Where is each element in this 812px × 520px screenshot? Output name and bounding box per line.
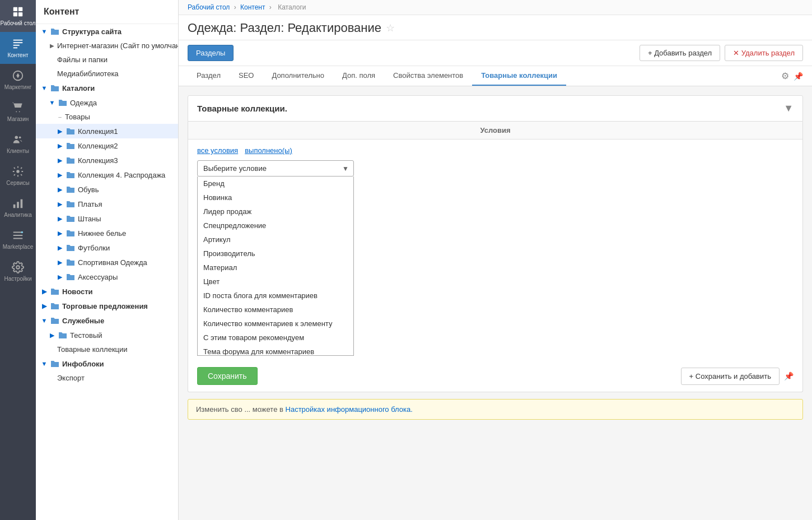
- tabs-actions: ⚙ 📌: [781, 71, 803, 81]
- dropdown-item-cvet[interactable]: Цвет: [198, 275, 353, 289]
- nav-item-dashboard[interactable]: Рабочий стол: [0, 0, 36, 32]
- dropdown-item-tema-foruma[interactable]: Тема форума для комментариев: [198, 345, 353, 356]
- folder-icon: [66, 272, 75, 281]
- sidebar-item-structure[interactable]: ▼ Структура сайта: [36, 24, 178, 39]
- sidebar-item-nizhnee[interactable]: ▶ Нижнее белье: [36, 226, 178, 240]
- folder-icon: [66, 141, 75, 150]
- dropdown-item-artikul[interactable]: Артикул: [198, 233, 353, 247]
- note-link[interactable]: Настройках информационного блока.: [286, 405, 413, 414]
- condition-dropdown-list: Бренд Новинка Лидер продаж Спецпредложен…: [197, 177, 354, 356]
- svg-rect-9: [14, 104, 22, 105]
- nav-item-settings[interactable]: Настройки: [0, 256, 36, 287]
- collapse-icon[interactable]: ▼: [783, 103, 794, 114]
- nav-label-marketing: Маркетинг: [4, 84, 32, 90]
- dropdown-item-kolichestvo-komm-elem[interactable]: Количество комментариев к элементу: [198, 317, 353, 331]
- nav-item-analytics[interactable]: Аналитика: [0, 192, 36, 224]
- dropdown-item-brand[interactable]: Бренд: [198, 177, 353, 191]
- svg-rect-5: [13, 42, 23, 43]
- gear-icon[interactable]: ⚙: [781, 71, 789, 81]
- completed-conditions-link[interactable]: выполнено(ы): [245, 146, 292, 155]
- sidebar-item-shtany[interactable]: ▶ Штаны: [36, 211, 178, 226]
- sidebar-item-files[interactable]: Файлы и папки: [36, 53, 178, 67]
- tabs-bar: Раздел SEO Дополнительно Доп. поля Свойс…: [179, 66, 812, 86]
- folder-icon: [50, 316, 59, 325]
- breadcrumb-item-catalogs: Каталоги: [278, 3, 306, 11]
- sidebar-item-novosti[interactable]: ▶ Новости: [36, 284, 178, 299]
- sidebar-item-eksport[interactable]: Экспорт: [36, 371, 178, 385]
- sidebar-label-sportivnaya: Спортивная Одежда: [78, 258, 147, 267]
- page-title: Одежда: Раздел: Редактирование: [188, 21, 381, 35]
- tab-seo[interactable]: SEO: [230, 66, 263, 86]
- arrow-icon: ▼: [40, 360, 48, 368]
- arrow-icon: ▶: [56, 258, 64, 266]
- arrow-icon: –: [56, 113, 64, 121]
- tab-svoystva-elementov[interactable]: Свойства элементов: [384, 66, 472, 86]
- svg-point-10: [15, 136, 18, 140]
- save-pin-icon[interactable]: 📌: [784, 372, 794, 380]
- sidebar-item-sportivnaya[interactable]: ▶ Спортивная Одежда: [36, 255, 178, 270]
- nav-item-clients[interactable]: Клиенты: [0, 128, 36, 160]
- sidebar-item-media[interactable]: Медиабиблиотека: [36, 67, 178, 81]
- folder-icon: [50, 359, 59, 368]
- breadcrumb-item-dashboard[interactable]: Рабочий стол: [188, 3, 230, 11]
- dropdown-item-spec[interactable]: Спецпредложение: [198, 219, 353, 233]
- nav-label-content: Контент: [7, 52, 28, 58]
- nav-item-shop[interactable]: Магазин: [0, 96, 36, 128]
- svg-rect-0: [13, 7, 17, 11]
- nav-item-services[interactable]: Сервисы: [0, 160, 36, 192]
- favorite-star-icon[interactable]: ☆: [386, 22, 395, 34]
- all-conditions-link[interactable]: все условия: [197, 146, 238, 155]
- sidebar-item-tovarnye-koll[interactable]: Товарные коллекции: [36, 342, 178, 356]
- svg-point-12: [16, 170, 20, 173]
- sidebar-label-platya: Платья: [78, 200, 102, 208]
- save-button[interactable]: Сохранить: [197, 367, 258, 385]
- save-and-add-button[interactable]: + Сохранить и добавить: [681, 368, 780, 385]
- sidebar-item-kollekcia4[interactable]: ▶ Коллекция 4. Распродажа: [36, 168, 178, 182]
- tab-tovarnye-kollektsii[interactable]: Товарные коллекции: [472, 66, 566, 86]
- sidebar-item-tovary[interactable]: – Товары: [36, 110, 178, 124]
- dropdown-item-id-posta[interactable]: ID поста блога для комментариев: [198, 289, 353, 303]
- sidebar-item-odezhda[interactable]: ▼ Одежда: [36, 95, 178, 110]
- sidebar-item-infobloki[interactable]: ▼ Инфоблоки: [36, 356, 178, 371]
- nav-item-content[interactable]: Контент: [0, 32, 36, 64]
- dropdown-item-material[interactable]: Материал: [198, 261, 353, 275]
- sidebar-item-aksessuary[interactable]: ▶ Аксессуары: [36, 270, 178, 284]
- delete-section-button[interactable]: ✕ Удалить раздел: [725, 45, 803, 61]
- svg-point-16: [21, 231, 24, 234]
- sidebar-label-obuv: Обувь: [78, 185, 99, 194]
- sections-button[interactable]: Разделы: [188, 45, 234, 61]
- sidebar-item-sluzhebnye[interactable]: ▼ Служебные: [36, 313, 178, 328]
- actions-row: Сохранить + Сохранить и добавить 📌: [197, 367, 794, 385]
- folder-icon: [50, 287, 59, 296]
- sidebar-item-obuv[interactable]: ▶ Обувь: [36, 182, 178, 197]
- dropdown-item-novinka[interactable]: Новинка: [198, 191, 353, 205]
- sidebar-item-futbolki[interactable]: ▶ Футболки: [36, 240, 178, 255]
- tab-razdel[interactable]: Раздел: [188, 66, 230, 86]
- sidebar-item-torgovye[interactable]: ▶ Торговые предложения: [36, 299, 178, 313]
- nav-item-marketplace[interactable]: Marketplace: [0, 224, 36, 256]
- svg-rect-7: [13, 47, 17, 48]
- sidebar-item-platya[interactable]: ▶ Платья: [36, 197, 178, 211]
- sidebar-item-internet-shop[interactable]: ▶ Интернет-магазин (Сайт по умолчан...: [36, 39, 178, 53]
- dropdown-item-kolichestvo-komm[interactable]: Количество комментариев: [198, 303, 353, 317]
- nav-label-shop: Магазин: [7, 116, 29, 122]
- breadcrumb-item-content[interactable]: Контент: [240, 3, 265, 11]
- sidebar-item-catalogs[interactable]: ▼ Каталоги: [36, 81, 178, 95]
- tab-dopolnitelno[interactable]: Дополнительно: [263, 66, 333, 86]
- sidebar-item-kollekcia1[interactable]: ▶ Коллекция1: [36, 124, 178, 138]
- tab-dop-polya[interactable]: Доп. поля: [333, 66, 384, 86]
- sidebar-item-kollekcia2[interactable]: ▶ Коллекция2: [36, 138, 178, 153]
- svg-point-17: [16, 266, 20, 269]
- condition-select[interactable]: Выберите условие ▼: [197, 160, 354, 177]
- nav-item-marketing[interactable]: Маркетинг: [0, 64, 36, 96]
- pin-icon[interactable]: 📌: [794, 72, 803, 81]
- sidebar-item-testovy[interactable]: ▶ Тестовый: [36, 328, 178, 342]
- sidebar-label-shtany: Штаны: [78, 215, 101, 223]
- sidebar-item-kollekcia3[interactable]: ▶ Коллекция3: [36, 153, 178, 168]
- add-section-button[interactable]: + Добавить раздел: [640, 45, 720, 61]
- dropdown-item-lider[interactable]: Лидер продаж: [198, 205, 353, 219]
- dropdown-item-proizvoditel[interactable]: Производитель: [198, 247, 353, 261]
- dropdown-item-rekomend[interactable]: С этим товаром рекомендуем: [198, 331, 353, 345]
- breadcrumb: Рабочий стол › Контент › Каталоги: [179, 0, 812, 15]
- arrow-icon: ▶: [56, 244, 64, 252]
